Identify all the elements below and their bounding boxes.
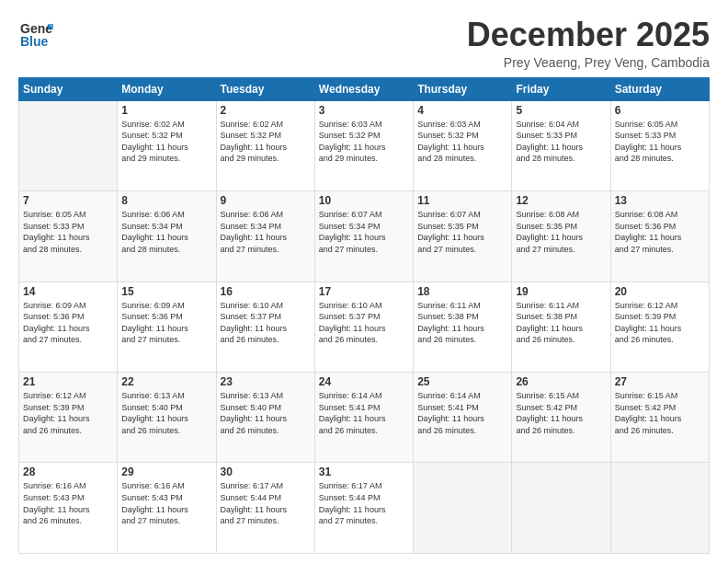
table-row: 16Sunrise: 6:10 AM Sunset: 5:37 PM Dayli…: [216, 282, 314, 372]
day-number: 9: [221, 194, 311, 207]
day-info: Sunrise: 6:03 AM Sunset: 5:32 PM Dayligh…: [319, 119, 409, 165]
table-row: 21Sunrise: 6:12 AM Sunset: 5:39 PM Dayli…: [19, 373, 118, 463]
day-info: Sunrise: 6:16 AM Sunset: 5:43 PM Dayligh…: [23, 480, 113, 526]
day-number: 31: [319, 465, 409, 478]
calendar-table: Sunday Monday Tuesday Wednesday Thursday…: [18, 77, 710, 554]
subtitle: Prey Veaeng, Prey Veng, Cambodia: [467, 55, 710, 70]
table-row: 24Sunrise: 6:14 AM Sunset: 5:41 PM Dayli…: [314, 373, 413, 463]
day-info: Sunrise: 6:05 AM Sunset: 5:33 PM Dayligh…: [23, 209, 113, 255]
table-row: 15Sunrise: 6:09 AM Sunset: 5:36 PM Dayli…: [118, 282, 216, 372]
table-row: 6Sunrise: 6:05 AM Sunset: 5:33 PM Daylig…: [610, 100, 709, 190]
table-row: 13Sunrise: 6:08 AM Sunset: 5:36 PM Dayli…: [610, 191, 709, 282]
day-number: 28: [23, 465, 113, 478]
day-number: 7: [23, 194, 113, 207]
day-number: 10: [319, 194, 409, 207]
day-number: 4: [417, 104, 507, 117]
table-row: 5Sunrise: 6:04 AM Sunset: 5:33 PM Daylig…: [512, 100, 610, 190]
table-row: [414, 463, 512, 554]
day-number: 14: [23, 285, 113, 298]
day-info: Sunrise: 6:09 AM Sunset: 5:36 PM Dayligh…: [121, 300, 211, 346]
day-info: Sunrise: 6:02 AM Sunset: 5:32 PM Dayligh…: [121, 119, 211, 165]
table-row: 19Sunrise: 6:11 AM Sunset: 5:38 PM Dayli…: [512, 282, 610, 372]
table-row: 2Sunrise: 6:02 AM Sunset: 5:32 PM Daylig…: [216, 100, 314, 190]
table-row: [610, 463, 709, 554]
table-row: 8Sunrise: 6:06 AM Sunset: 5:34 PM Daylig…: [118, 191, 216, 282]
logo-icon: General Blue: [18, 17, 53, 52]
table-row: 20Sunrise: 6:12 AM Sunset: 5:39 PM Dayli…: [610, 282, 709, 372]
col-saturday: Saturday: [610, 77, 709, 100]
day-info: Sunrise: 6:11 AM Sunset: 5:38 PM Dayligh…: [417, 300, 507, 346]
day-number: 8: [121, 194, 211, 207]
day-info: Sunrise: 6:03 AM Sunset: 5:32 PM Dayligh…: [417, 119, 507, 165]
table-row: 27Sunrise: 6:15 AM Sunset: 5:42 PM Dayli…: [610, 373, 709, 463]
table-row: 14Sunrise: 6:09 AM Sunset: 5:36 PM Dayli…: [19, 282, 118, 372]
table-row: 23Sunrise: 6:13 AM Sunset: 5:40 PM Dayli…: [216, 373, 314, 463]
day-info: Sunrise: 6:14 AM Sunset: 5:41 PM Dayligh…: [319, 390, 409, 436]
day-info: Sunrise: 6:04 AM Sunset: 5:33 PM Dayligh…: [516, 119, 606, 165]
logo: General Blue: [18, 17, 53, 52]
day-number: 20: [615, 285, 705, 298]
month-title: December 2025: [467, 17, 710, 53]
table-row: 12Sunrise: 6:08 AM Sunset: 5:35 PM Dayli…: [512, 191, 610, 282]
day-info: Sunrise: 6:12 AM Sunset: 5:39 PM Dayligh…: [23, 390, 113, 436]
table-row: 11Sunrise: 6:07 AM Sunset: 5:35 PM Dayli…: [414, 191, 512, 282]
day-info: Sunrise: 6:17 AM Sunset: 5:44 PM Dayligh…: [319, 480, 409, 526]
day-info: Sunrise: 6:11 AM Sunset: 5:38 PM Dayligh…: [516, 300, 606, 346]
day-number: 19: [516, 285, 606, 298]
title-section: December 2025 Prey Veaeng, Prey Veng, Ca…: [467, 17, 710, 70]
day-info: Sunrise: 6:12 AM Sunset: 5:39 PM Dayligh…: [615, 300, 705, 346]
col-tuesday: Tuesday: [216, 77, 314, 100]
day-number: 11: [417, 194, 507, 207]
table-row: [19, 100, 118, 190]
day-info: Sunrise: 6:10 AM Sunset: 5:37 PM Dayligh…: [221, 300, 311, 346]
day-number: 29: [121, 465, 211, 478]
col-thursday: Thursday: [414, 77, 512, 100]
day-info: Sunrise: 6:06 AM Sunset: 5:34 PM Dayligh…: [121, 209, 211, 255]
header-row: Sunday Monday Tuesday Wednesday Thursday…: [19, 77, 710, 100]
table-row: 30Sunrise: 6:17 AM Sunset: 5:44 PM Dayli…: [216, 463, 314, 554]
table-row: 22Sunrise: 6:13 AM Sunset: 5:40 PM Dayli…: [118, 373, 216, 463]
table-row: 18Sunrise: 6:11 AM Sunset: 5:38 PM Dayli…: [414, 282, 512, 372]
day-number: 2: [221, 104, 311, 117]
table-row: 29Sunrise: 6:16 AM Sunset: 5:43 PM Dayli…: [118, 463, 216, 554]
day-info: Sunrise: 6:17 AM Sunset: 5:44 PM Dayligh…: [221, 480, 311, 526]
table-row: 1Sunrise: 6:02 AM Sunset: 5:32 PM Daylig…: [118, 100, 216, 190]
table-row: 31Sunrise: 6:17 AM Sunset: 5:44 PM Dayli…: [314, 463, 413, 554]
day-info: Sunrise: 6:14 AM Sunset: 5:41 PM Dayligh…: [417, 390, 507, 436]
table-row: 10Sunrise: 6:07 AM Sunset: 5:34 PM Dayli…: [314, 191, 413, 282]
table-row: 4Sunrise: 6:03 AM Sunset: 5:32 PM Daylig…: [414, 100, 512, 190]
day-number: 15: [121, 285, 211, 298]
day-number: 13: [615, 194, 705, 207]
table-row: [512, 463, 610, 554]
table-row: 26Sunrise: 6:15 AM Sunset: 5:42 PM Dayli…: [512, 373, 610, 463]
table-row: 17Sunrise: 6:10 AM Sunset: 5:37 PM Dayli…: [314, 282, 413, 372]
day-info: Sunrise: 6:10 AM Sunset: 5:37 PM Dayligh…: [319, 300, 409, 346]
table-row: 28Sunrise: 6:16 AM Sunset: 5:43 PM Dayli…: [19, 463, 118, 554]
day-number: 21: [23, 375, 113, 388]
table-row: 9Sunrise: 6:06 AM Sunset: 5:34 PM Daylig…: [216, 191, 314, 282]
day-number: 3: [319, 104, 409, 117]
day-info: Sunrise: 6:13 AM Sunset: 5:40 PM Dayligh…: [121, 390, 211, 436]
day-number: 22: [121, 375, 211, 388]
col-monday: Monday: [118, 77, 216, 100]
day-info: Sunrise: 6:15 AM Sunset: 5:42 PM Dayligh…: [615, 390, 705, 436]
day-info: Sunrise: 6:07 AM Sunset: 5:34 PM Dayligh…: [319, 209, 409, 255]
day-info: Sunrise: 6:16 AM Sunset: 5:43 PM Dayligh…: [121, 480, 211, 526]
day-number: 23: [221, 375, 311, 388]
day-info: Sunrise: 6:06 AM Sunset: 5:34 PM Dayligh…: [221, 209, 311, 255]
day-number: 25: [417, 375, 507, 388]
day-number: 16: [221, 285, 311, 298]
day-info: Sunrise: 6:08 AM Sunset: 5:35 PM Dayligh…: [516, 209, 606, 255]
table-row: 25Sunrise: 6:14 AM Sunset: 5:41 PM Dayli…: [414, 373, 512, 463]
day-info: Sunrise: 6:02 AM Sunset: 5:32 PM Dayligh…: [221, 119, 311, 165]
svg-text:Blue: Blue: [20, 34, 49, 49]
day-info: Sunrise: 6:08 AM Sunset: 5:36 PM Dayligh…: [615, 209, 705, 255]
day-number: 1: [121, 104, 211, 117]
table-row: 3Sunrise: 6:03 AM Sunset: 5:32 PM Daylig…: [314, 100, 413, 190]
table-row: 7Sunrise: 6:05 AM Sunset: 5:33 PM Daylig…: [19, 191, 118, 282]
day-info: Sunrise: 6:07 AM Sunset: 5:35 PM Dayligh…: [417, 209, 507, 255]
day-number: 26: [516, 375, 606, 388]
day-number: 5: [516, 104, 606, 117]
day-info: Sunrise: 6:05 AM Sunset: 5:33 PM Dayligh…: [615, 119, 705, 165]
day-number: 24: [319, 375, 409, 388]
